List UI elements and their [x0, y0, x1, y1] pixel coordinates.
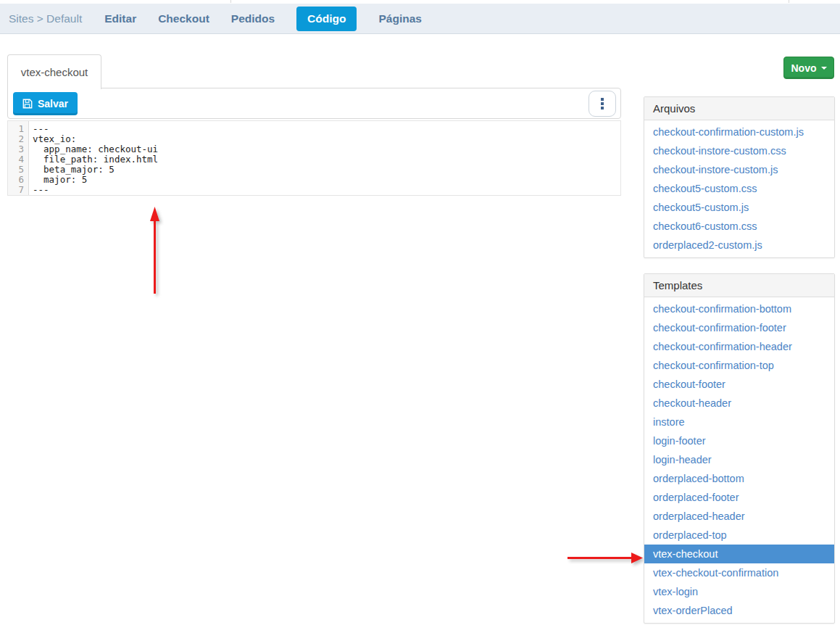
- code-line: 7 ---: [8, 185, 620, 195]
- nav-tab[interactable]: Checkout: [158, 12, 209, 25]
- nav-tab[interactable]: Pedidos: [231, 12, 275, 25]
- save-button[interactable]: Salvar: [13, 92, 78, 115]
- template-link[interactable]: checkout-footer: [644, 375, 834, 394]
- files-list: checkout-confirmation-custom.jscheckout-…: [644, 120, 834, 257]
- nav-tab[interactable]: Editar: [104, 12, 136, 25]
- nav-tab[interactable]: Código: [296, 7, 357, 31]
- template-link[interactable]: orderplaced-bottom: [644, 469, 834, 488]
- editor-file-tab[interactable]: vtex-checkout: [7, 54, 101, 89]
- line-content: vtex_io:: [28, 134, 76, 144]
- files-panel: Arquivos checkout-confirmation-custom.js…: [644, 96, 835, 258]
- code-lines: 1 --- 2 vtex_io: 3 app_name: checkout-ui…: [8, 121, 620, 195]
- line-content: app_name: checkout-ui: [28, 144, 158, 154]
- template-link[interactable]: checkout-confirmation-footer: [644, 318, 834, 337]
- breadcrumb[interactable]: Sites > Default: [9, 12, 82, 25]
- template-link[interactable]: checkout-confirmation-header: [644, 337, 834, 356]
- templates-panel: Templates checkout-confirmation-bottomch…: [644, 273, 835, 624]
- line-number: 1: [8, 124, 28, 134]
- template-link[interactable]: vtex-login: [644, 582, 834, 601]
- new-button[interactable]: Novo: [783, 57, 834, 79]
- code-line: 1 ---: [8, 124, 620, 134]
- nav-tabs: EditarCheckoutPedidosCódigoPáginas: [104, 7, 422, 31]
- code-line: 2 vtex_io:: [8, 134, 620, 144]
- template-link[interactable]: checkout-header: [644, 394, 834, 413]
- file-link[interactable]: checkout-instore-custom.js: [644, 160, 834, 179]
- code-line: 4 file_path: index.html: [8, 154, 620, 165]
- file-link[interactable]: checkout6-custom.css: [644, 217, 834, 236]
- template-link[interactable]: checkout-confirmation-top: [644, 356, 834, 375]
- line-number: 6: [8, 175, 28, 185]
- line-content: beta_major: 5: [28, 165, 115, 175]
- chrome-divider: [230, 0, 231, 3]
- template-link[interactable]: orderplaced-footer: [644, 488, 834, 507]
- file-link[interactable]: checkout-confirmation-custom.js: [644, 123, 834, 141]
- line-number: 2: [8, 134, 28, 144]
- template-link[interactable]: vtex-orderPlaced: [644, 601, 834, 620]
- file-link[interactable]: checkout5-custom.js: [644, 198, 834, 217]
- save-icon: [22, 99, 33, 109]
- template-link[interactable]: login-header: [644, 450, 834, 469]
- line-number: 5: [8, 165, 28, 175]
- file-link[interactable]: checkout5-custom.css: [644, 179, 834, 198]
- kebab-menu-icon: [601, 98, 604, 109]
- template-link[interactable]: vtex-checkout-confirmation: [644, 563, 834, 582]
- new-button-label: Novo: [791, 62, 817, 74]
- line-number: 4: [8, 154, 28, 165]
- templates-list: checkout-confirmation-bottomcheckout-con…: [644, 297, 834, 623]
- file-link[interactable]: orderplaced2-custom.js: [644, 236, 834, 255]
- line-content: major: 5: [28, 175, 87, 185]
- annotation-arrow-up: [141, 204, 170, 295]
- chrome-divider: [789, 0, 789, 3]
- files-panel-header: Arquivos: [644, 97, 834, 120]
- annotation-arrow-right: [565, 546, 644, 569]
- template-link[interactable]: checkout-confirmation-bottom: [644, 299, 834, 318]
- template-link[interactable]: vtex-checkout: [644, 545, 834, 563]
- top-navigation: Sites > Default EditarCheckoutPedidosCód…: [0, 4, 840, 34]
- code-line: 5 beta_major: 5: [8, 165, 620, 175]
- line-number: 7: [8, 185, 28, 195]
- code-line: 3 app_name: checkout-ui: [8, 144, 620, 154]
- templates-panel-header: Templates: [644, 274, 834, 297]
- template-link[interactable]: instore: [644, 413, 834, 431]
- template-link[interactable]: login-footer: [644, 431, 834, 450]
- template-link[interactable]: orderplaced-header: [644, 507, 834, 526]
- vtex-cms-code-screen: Sites > Default EditarCheckoutPedidosCód…: [0, 0, 840, 633]
- editor-toolbar: Salvar: [7, 88, 621, 119]
- kebab-menu-button[interactable]: [589, 91, 616, 117]
- editor-tab-label: vtex-checkout: [21, 66, 88, 78]
- line-number: 3: [8, 144, 28, 154]
- line-content: ---: [28, 124, 49, 134]
- file-link[interactable]: checkout-instore-custom.css: [644, 141, 834, 160]
- template-link[interactable]: orderplaced-top: [644, 526, 834, 545]
- line-content: ---: [28, 185, 49, 195]
- code-editor[interactable]: 1 --- 2 vtex_io: 3 app_name: checkout-ui…: [7, 120, 621, 196]
- line-content: file_path: index.html: [28, 154, 158, 165]
- save-label: Salvar: [38, 98, 68, 109]
- caret-down-icon: [821, 67, 827, 70]
- code-line: 6 major: 5: [8, 175, 620, 185]
- nav-tab[interactable]: Páginas: [378, 12, 421, 25]
